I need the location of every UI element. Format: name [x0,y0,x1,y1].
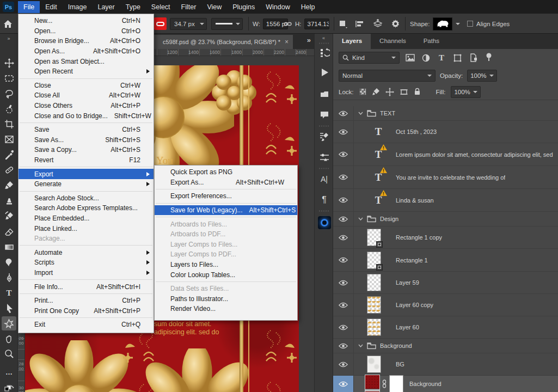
path-selection-tool[interactable] [2,301,16,315]
menu-item-export-preferences[interactable]: Export Preferences... [155,191,297,201]
tab-overflow-icon[interactable]: » [307,36,311,44]
menu-item-render-video[interactable]: Render Video... [155,304,297,314]
lock-paint-icon[interactable] [372,88,380,96]
menu-image[interactable]: Image [63,1,93,13]
hand-tool[interactable] [2,332,16,346]
visibility-toggle[interactable] [333,166,354,188]
chevron-down-icon[interactable] [358,344,363,347]
layer-row[interactable]: Layer 59 [333,272,558,294]
visibility-toggle[interactable] [333,189,354,211]
visibility-toggle[interactable] [333,143,354,166]
eyedropper-tool[interactable] [2,148,16,162]
tab-layers[interactable]: Layers [333,34,371,49]
height-input[interactable]: 3714.13 [304,19,329,29]
comments-panel-icon[interactable] [317,108,332,122]
visibility-toggle[interactable] [333,226,354,248]
menu-item-save-as[interactable]: Save As...Shift+Ctrl+S [19,135,154,145]
gear-settings-button[interactable] [391,14,400,34]
menu-item-place-embedded[interactable]: Place Embedded... [19,213,154,224]
toolbar-collapse-icon[interactable]: » [0,34,17,45]
eraser-tool[interactable] [2,225,16,239]
menu-plugins[interactable]: Plugins [227,1,260,13]
filter-adjustment-icon[interactable] [420,52,431,63]
menu-item-search-adobe-express-templates[interactable]: Search Adobe Express Templates... [19,203,154,213]
layer-row[interactable]: Rectangle 1 [333,249,558,272]
layer-row[interactable]: Rectangle 1 copy [333,226,558,249]
filter-type-icon[interactable]: T [436,52,447,63]
layer-row[interactable]: BG [333,353,558,376]
menu-filter[interactable]: Filter [176,1,202,13]
visibility-toggle[interactable] [333,272,354,293]
layer-thumbnail[interactable] [367,356,381,373]
menu-select[interactable]: Select [146,1,176,13]
layer-row[interactable]: Layer 60 [333,316,558,339]
layer-group-row[interactable]: TEXT [333,106,558,121]
align-edges-control[interactable]: Align Edges [467,14,510,34]
layer-mask-thumbnail[interactable] [389,375,403,392]
gradient-tool[interactable] [2,240,16,254]
align-edges-checkbox[interactable] [467,21,473,27]
custom-shape-tool[interactable] [2,316,16,330]
frame-tool[interactable] [2,132,16,146]
visibility-toggle[interactable] [333,106,354,120]
layer-thumbnail[interactable] [367,318,381,336]
filter-kind-select[interactable]: Kind [339,52,400,64]
brush-settings-panel-icon[interactable] [317,130,332,144]
menu-item-exit[interactable]: ExitCtrl+Q [19,320,154,330]
lock-all-icon[interactable] [414,88,421,96]
menu-type[interactable]: Type [120,1,146,13]
layer-thumbnail[interactable] [367,296,381,314]
layer-row[interactable]: T Lorem ipsum dolor sit amet, consectetu… [333,143,558,166]
menu-edit[interactable]: Edit [40,1,63,13]
path-alignment-button[interactable] [355,14,365,34]
photoshop-logo[interactable]: Ps [3,2,14,12]
actions-panel-icon[interactable] [317,65,332,79]
menu-item-place-linked[interactable]: Place Linked... [19,223,154,234]
layer-row[interactable]: T Linda & susan [333,189,558,212]
filter-shape-icon[interactable] [452,52,463,63]
menu-item-close-all[interactable]: Close AllAlt+Ctrl+W [19,90,154,101]
fill-field[interactable]: 100% [451,86,480,98]
shape-thumbnail[interactable] [433,17,452,30]
menu-item-search-adobe-stock[interactable]: Search Adobe Stock... [19,193,154,204]
menu-item-revert[interactable]: RevertF12 [19,155,154,166]
menu-item-quick-export-as-png[interactable]: Quick Export as PNG [155,167,297,177]
menu-item-import[interactable]: Import [19,268,154,278]
menu-item-open[interactable]: Open...Ctrl+O [19,26,154,36]
menu-item-automate[interactable]: Automate [19,247,154,258]
visibility-toggle[interactable] [333,339,354,353]
paragraph-panel-icon[interactable]: ¶ [317,193,332,207]
stroke-style-select[interactable] [211,14,243,34]
menu-item-export[interactable]: Export [19,169,154,179]
tab-paths[interactable]: Paths [415,34,448,49]
layer-thumbnail[interactable] [367,252,381,269]
pen-tool[interactable] [2,271,16,285]
clone-stamp-tool[interactable] [2,193,16,207]
chevron-down-icon[interactable] [456,23,460,25]
chevron-down-icon[interactable] [358,217,363,220]
menu-item-close-and-go-to-bridge[interactable]: Close and Go to Bridge...Shift+Ctrl+W [19,111,154,121]
menu-item-file-info[interactable]: File Info...Alt+Shift+Ctrl+I [19,281,154,292]
layer-row[interactable]: T You are invite to celebrate the weddin… [333,166,558,189]
lock-transparent-icon[interactable] [359,88,366,95]
rectangular-marquee-tool[interactable] [2,71,16,85]
visibility-toggle[interactable] [333,316,354,338]
menu-item-print[interactable]: Print...Ctrl+P [19,296,154,306]
lasso-tool[interactable] [2,87,16,101]
menu-item-close[interactable]: CloseCtrl+W [19,81,154,91]
layer-row-selected[interactable]: Background [333,376,558,392]
opacity-field[interactable]: 100% [467,70,496,82]
chevron-down-icon[interactable] [358,112,363,115]
visibility-toggle[interactable] [333,212,354,226]
menu-item-save[interactable]: SaveCtrl+S [19,125,154,135]
zoom-tool[interactable] [2,347,16,361]
menu-item-open-as[interactable]: Open As...Alt+Shift+Ctrl+O [19,46,154,57]
menu-item-new[interactable]: New...Ctrl+N [19,16,154,26]
layer-thumbnail[interactable] [365,375,380,392]
libraries-panel-icon[interactable] [317,87,332,101]
brush-tool[interactable] [2,178,16,192]
link-dimensions-icon[interactable] [284,14,292,34]
path-arrangement-button[interactable] [373,14,383,34]
menu-item-color-lookup-tables[interactable]: Color Lookup Tables... [155,270,297,280]
menu-item-open-recent[interactable]: Open Recent [19,66,154,77]
